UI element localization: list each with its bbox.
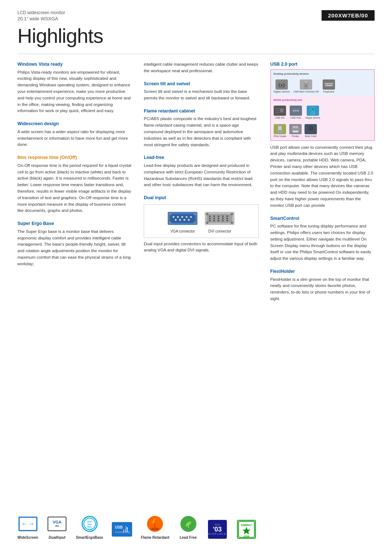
feature-title-super-ergo: Super Ergo Base [17,221,132,227]
svg-rect-32 [206,213,208,215]
feature-super-ergo: Super Ergo Base The Super Ergo base is a… [17,221,132,267]
usb-device-keyboard: Keyboard [323,79,335,93]
keyboard-label: Keyboard [323,90,334,93]
energy-svg: ENERGY STAR [238,521,255,538]
usb-bottom-section: Mobile productivity tool USB HD [271,96,375,140]
svg-point-6 [190,216,192,218]
leaf-shape [180,516,196,532]
dual-input-icon: VGA dvi [47,514,67,534]
svg-point-60 [312,108,314,110]
feature-title-widescreen: Widescreen design [17,121,132,127]
hd-icon [274,106,286,116]
svg-rect-53 [280,111,283,111]
header-size: 20.1" wide WSXGA [17,16,65,22]
energy-star-icon: ENERGY STAR [236,519,257,539]
skype-label: Skype phone [306,116,320,119]
usb-image-inner: Desktop productivity devices Digital cam… [271,70,375,140]
printer-icon [289,124,302,134]
right-arrow-icon: → [28,520,34,528]
feature-text-screen-tilt: Screen tilt and swivel is a mechanism bu… [144,89,258,102]
dual-input-image: VGA connector [144,204,258,238]
widescreen-icon-item: ← → WideScreen [17,514,38,539]
page-title: Highlights [0,22,392,54]
svg-rect-70 [310,131,312,133]
svg-rect-20 [222,216,224,217]
hub-icon [290,106,302,116]
usb-image-area: Desktop productivity devices Digital cam… [270,69,375,141]
svg-rect-14 [194,222,196,224]
svg-rect-22 [209,218,211,219]
content-area: Windows Vista ready Philips Vista-ready … [0,61,392,309]
printer-label: Printer [292,135,299,138]
ergo-shape: Smart Ergo Base [82,516,98,532]
svg-rect-28 [213,220,215,221]
svg-point-10 [188,219,190,221]
feature-text-super-ergo: The Super Ergo base is a monitor base th… [17,229,132,267]
dvi-connector-block: DVI connector [204,209,235,233]
usb-icon-item: USB Connectivity [112,519,132,539]
pda-label: PDA Grade [274,135,286,138]
svg-rect-16 [207,214,232,223]
usb-device-printer: Printer [289,124,302,138]
tco-shape: TCO '03 DISPLAYS [208,520,227,539]
flame-icon-item: Flame Retardant [141,514,169,539]
svg-point-3 [177,216,179,218]
feature-text-flame: PC/ABS plastic composite is the industry… [144,116,258,148]
feature-title-dual-input: Dual input [144,195,258,201]
svg-rect-12 [194,213,196,215]
feature-dual-input: Dual input [144,195,258,254]
flash-icon [300,79,312,90]
svg-text:Ergo: Ergo [87,523,91,525]
feature-flame-retardant: Flame retardant cabinet PC/ABS plastic c… [144,108,258,148]
feature-text-usb: USB port allows user to conveniently con… [270,144,375,209]
feature-text-cable-mgmt: intelligent cable management reduces cab… [144,61,258,74]
widescreen-shape: ← → [19,517,37,531]
svg-text:Base: Base [87,526,92,528]
webcam-label: Web CAM [305,135,317,138]
svg-rect-13 [169,222,171,224]
header-left: LCD widescreen monitor 20.1" wide WSXGA [17,10,65,22]
header-divider [17,54,375,54]
svg-point-51 [277,110,279,111]
svg-rect-42 [305,85,307,87]
svg-point-38 [281,84,282,86]
vga-label: VGA connector [171,229,195,233]
flash-label: USB flash memory HD [293,90,319,93]
svg-rect-39 [280,82,283,83]
flame-icon [145,514,165,534]
feature-title-flame: Flame retardant cabinet [144,108,258,115]
svg-point-7 [175,219,177,221]
usb-device-pda: PDA Grade [274,124,286,138]
keyboard-icon [323,79,335,90]
widescreen-icon: ← → [18,514,38,534]
svg-rect-17 [209,216,211,217]
energy-star-icon-item: ENERGY STAR [236,519,257,539]
lead-free-label: Lead Free [180,535,197,539]
svg-text:Connectivity: Connectivity [115,531,130,534]
camera-label: Digital camera [274,90,290,93]
svg-text:STAR: STAR [244,535,250,537]
camera-icon [275,79,288,90]
feature-title-smartcontrol: SmartControl [270,216,375,222]
feature-title-screen-tilt: Screen tilt and swivel [144,81,258,87]
feature-lead-free: Lead-free Lead-free display products are… [144,155,258,188]
svg-point-9 [184,219,185,221]
header: LCD widescreen monitor 20.1" wide WSXGA … [0,0,392,22]
svg-text:Smart: Smart [87,521,93,523]
svg-point-5 [186,216,188,218]
svg-rect-27 [209,220,211,221]
usb-top-label: Desktop productivity devices [274,73,372,75]
hub-label: USB Hub [290,116,301,119]
header-subtitle: LCD widescreen monitor [17,10,65,16]
svg-rect-47 [331,83,333,84]
svg-point-56 [295,110,297,111]
svg-rect-11 [169,213,171,215]
vga-connector-block: VGA connector [167,209,198,233]
feature-text-lead-free: Lead-free display products are designed … [144,163,258,188]
feature-text-windows-vista: Philips Vista-ready monitors are empower… [17,69,132,115]
smart-ergo-icon-item: Smart Ergo Base SmartErgoBase [76,514,103,539]
flame-svg [149,517,161,530]
svg-text:USB: USB [115,525,123,529]
feature-text-8ms: On-Off response time is the period requi… [17,163,132,214]
tco-mid-text: '03 [213,526,221,533]
